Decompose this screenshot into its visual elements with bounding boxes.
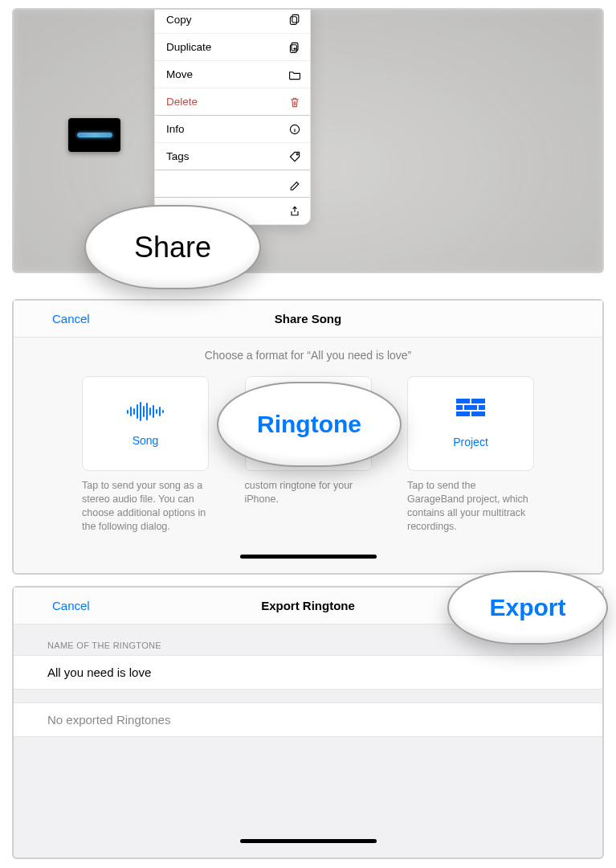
menu-label: Delete — [166, 96, 198, 108]
menu-label: Info — [166, 123, 185, 135]
sheet-title: Export Ringtone — [261, 599, 355, 612]
menu-label: Move — [166, 68, 193, 80]
bubble-label: Export — [489, 594, 565, 621]
menu-label: Tags — [166, 150, 190, 162]
duplicate-icon — [288, 40, 302, 55]
svg-rect-1 — [290, 17, 296, 25]
cancel-button[interactable]: Cancel — [52, 312, 90, 326]
waveform-icon — [127, 400, 164, 423]
svg-rect-8 — [456, 405, 463, 410]
svg-rect-12 — [471, 411, 485, 416]
highlight-ringtone: Ringtone — [217, 382, 402, 467]
menu-item-copy[interactable]: Copy — [155, 8, 310, 33]
svg-rect-9 — [464, 405, 477, 410]
empty-state: No exported Ringtones — [14, 702, 602, 737]
svg-rect-0 — [292, 14, 299, 23]
cancel-button[interactable]: Cancel — [52, 599, 90, 612]
svg-rect-11 — [456, 411, 470, 416]
card-desc: Tap to send the GarageBand project, whic… — [407, 479, 534, 534]
card-desc: custom ringtone for your iPhone. — [245, 479, 372, 506]
card-project[interactable]: Project — [407, 376, 534, 471]
card-label: Song — [133, 434, 159, 447]
card-label: Project — [453, 436, 488, 448]
home-indicator — [240, 555, 377, 559]
menu-item-duplicate[interactable]: Duplicate — [155, 33, 310, 60]
sheet-title: Share Song — [275, 312, 341, 326]
menu-label: Duplicate — [166, 41, 211, 53]
card-project-col: Project Tap to send the GarageBand proje… — [407, 376, 534, 534]
menu-item-delete[interactable]: Delete — [155, 88, 310, 115]
home-indicator — [240, 839, 377, 843]
highlight-export: Export — [447, 571, 608, 645]
brick-icon — [456, 399, 485, 424]
pencil-icon — [288, 177, 302, 191]
menu-label: Copy — [166, 14, 192, 26]
bubble-label: Ringtone — [257, 411, 361, 438]
tag-icon — [288, 149, 302, 164]
card-song[interactable]: Song — [82, 376, 209, 471]
svg-rect-7 — [471, 399, 485, 403]
menu-item-rename[interactable] — [155, 170, 310, 197]
ringtone-name-value: All you need is love — [47, 665, 151, 679]
ringtone-name-field[interactable]: All you need is love — [14, 655, 602, 690]
menu-item-info[interactable]: Info — [155, 115, 310, 142]
project-thumbnail[interactable] — [68, 118, 120, 152]
svg-rect-6 — [456, 399, 470, 403]
share-icon — [288, 204, 302, 219]
highlight-share: Share — [84, 205, 261, 289]
bubble-label: Share — [134, 231, 211, 264]
sheet-header: Cancel Share Song — [14, 301, 602, 338]
trash-icon — [288, 95, 302, 109]
menu-item-tags[interactable]: Tags — [155, 142, 310, 170]
menu-item-move[interactable]: Move — [155, 60, 310, 88]
sheet-subtitle: Choose a format for “All you need is lov… — [14, 349, 602, 362]
folder-icon — [288, 68, 302, 82]
copy-icon — [288, 12, 302, 27]
info-icon — [288, 122, 302, 137]
svg-point-5 — [296, 153, 298, 154]
card-desc: Tap to send your song as a stereo audio … — [82, 479, 209, 534]
context-menu: Copy Duplicate Move Delete Info — [154, 8, 311, 225]
card-song-col: Song Tap to send your song as a stereo a… — [82, 376, 209, 534]
svg-rect-10 — [479, 405, 485, 410]
